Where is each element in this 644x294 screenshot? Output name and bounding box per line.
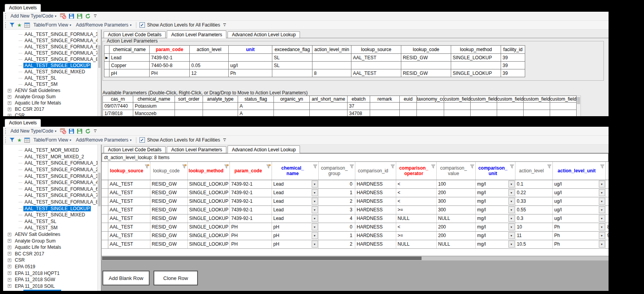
cell-comparison-unit[interactable]: mg/l▼ [475,240,515,248]
cell-chemical-name[interactable]: Lead▼ [272,214,318,223]
column-header-organic-yn[interactable]: organic_yn [274,96,310,103]
cell-lookup-code[interactable]: RESID_GW [401,69,451,77]
cell-comparison-id[interactable]: HARDNESS [355,223,396,231]
cell-lookup-method[interactable]: SINGLE_LOOKUP [187,231,229,240]
column-header-remark[interactable]: remark [370,96,400,103]
expand-plus-icon[interactable]: + [8,114,11,117]
tree-item-aquatic-life-for-metals[interactable]: +Aquatic Life for Metals [3,100,101,106]
cell-chemical-name[interactable]: Lead▼ [272,180,318,188]
cell-blank[interactable] [605,188,609,197]
tab-advanced-action-level-lookup[interactable]: Advanced Action Level Lookup [228,145,300,153]
cell-comparison-group[interactable]: 0 [318,180,355,188]
column-header-action-level[interactable]: action_level [190,46,229,54]
table-form-view-button[interactable]: Table/Form View ▾ [32,136,72,143]
expand-plus-icon[interactable]: + [8,89,11,92]
cell-action-level[interactable]: 10.5 [515,240,552,248]
toolbar-overflow-icon[interactable]: ▾ [94,14,97,18]
tree-scrollbar[interactable] [97,145,101,291]
cell-lookup-code[interactable]: RESID_GW [150,240,187,248]
tree-item-aal-test-sm[interactable]: AAL_TEST_SM [3,81,101,87]
toolbar-overflow-icon[interactable]: ▾ [223,23,226,27]
cell-status-flag[interactable]: A [238,103,274,110]
cell-chemical-name[interactable]: Lead▼ [272,205,318,214]
cell-lookup-code[interactable]: RESID_GW [150,205,187,214]
tree-item-aal-test-single-formula-2[interactable]: AAL_TEST_SINGLE_FORMULA_2 [3,166,101,173]
table-form-view-button[interactable]: Table/Form View ▾ [32,21,72,28]
cell-unit[interactable] [229,54,272,62]
tree-item-aal-test-mor-mixed-2[interactable]: AAL_TEST_MOR_MIXED_2 [3,154,101,160]
column-header-comparison-id[interactable]: comparison_id [355,162,396,180]
tree-item-bc-csr-2017[interactable]: +BC CSR 2017 [3,251,101,257]
dropdown-arrow-icon[interactable]: ▼ [599,189,605,196]
expand-plus-icon[interactable]: + [8,233,11,236]
expand-plus-icon[interactable]: + [8,265,11,268]
column-header-action-level-unit[interactable]: action_level_unit [552,162,605,180]
cell-blank[interactable] [605,197,609,205]
cell-lookup-code[interactable]: RESID_GW [150,180,187,188]
cell-lookup-method[interactable]: SINGLE_LOOKUP [187,205,229,214]
cell-lookup-method[interactable]: SINGLE_LOOKUP [187,180,229,188]
cell-comparison-group[interactable]: 4 [318,214,355,223]
cell-comparison-operator[interactable]: >= [396,231,436,240]
column-header-lookup-method[interactable]: lookup_method [451,46,501,54]
cell-lookup-source[interactable]: AAL_TEST [108,223,150,231]
cell-lookup-code[interactable]: RESID_GW [150,214,187,223]
cell-lookup-method[interactable] [451,62,501,69]
tree-item-aal-test-single-formula-1[interactable]: AAL_TEST_SINGLE_FORMULA_1 [3,160,101,166]
cell-lookup-method[interactable]: SINGLE_LOOKUP [451,54,501,62]
show-all-checkbox[interactable]: ✓ [139,137,145,143]
cell-lookup-source[interactable]: AAL_TEST [108,205,150,214]
cell-comparison-value[interactable]: 200 [436,188,475,197]
cell-chemical-name[interactable]: pH▼ [272,240,318,248]
cell-facility-id[interactable]: 39 [501,69,525,77]
cell-blank[interactable] [605,240,609,248]
tab-advanced-action-level-lookup[interactable]: Advanced Action Level Lookup [228,31,300,38]
cell-cas-rn[interactable]: 1/7/8018 [103,110,133,117]
cell-unit[interactable]: Ph [229,69,272,77]
cell-blank[interactable] [605,205,609,214]
cell-exceedance-flag[interactable] [272,69,312,77]
row-indicator[interactable]: ▶ [104,54,109,62]
row-indicator[interactable] [102,231,108,240]
tree-item-aal-test-single-lookup[interactable]: AAL_TEST_SINGLE_LOOKUP [3,205,101,212]
cell-lookup-source[interactable]: AAL_TEST [108,188,150,197]
cell-action-level-unit[interactable]: Ph▼ [552,240,605,248]
cell-comparison-group[interactable]: 1 [318,188,355,197]
cell-chemical-name[interactable]: pH▼ [272,223,318,231]
cell-chemical-name[interactable]: pH▼ [272,231,318,240]
cell-comparison-group[interactable]: 3 [318,205,355,214]
cell-facility-id[interactable]: 39 [501,54,525,62]
cell-sort-order[interactable] [175,110,203,117]
expand-plus-icon[interactable]: + [8,284,11,288]
filter-icon[interactable] [9,22,15,28]
dropdown-arrow-icon[interactable]: ▼ [599,232,605,239]
dropdown-arrow-icon[interactable]: ▼ [508,206,515,213]
tree-item-epa-11-2018-hqpt1[interactable]: +EPA 11_2018 HQPT1 [3,270,101,276]
cell-chemical-name[interactable]: Mancozeb [133,110,175,117]
column-header-lookup-source[interactable]: lookup_source [351,46,401,54]
cell-action-level[interactable]: 0.1 [515,180,552,188]
window-tab-action-levels[interactable]: Action Levels [5,119,41,127]
window-tab-action-levels[interactable]: Action Levels [5,4,41,12]
clone-row-button[interactable]: Clone Row [154,271,198,285]
refresh-icon[interactable] [85,13,91,19]
cell-action-level[interactable]: 0.3 [515,214,552,223]
dropdown-arrow-icon[interactable]: ▼ [312,215,318,222]
add-remove-parameters-button[interactable]: Add/Remove Parameters ▾ [75,136,133,143]
row-indicator[interactable] [104,69,109,77]
cell-lookup-source[interactable]: AAL_TEST [108,231,150,240]
cell-analyte-type[interactable] [203,103,238,110]
cell-lookup-method[interactable]: SINGLE_LOOKUP [451,69,501,77]
tree-item-aal-test-single-formula-7[interactable]: AAL_TEST_SINGLE_FORMULA_7 [3,192,101,199]
tree-item-csr[interactable]: +CSR [3,112,101,116]
column-header-lookup-code[interactable]: lookup_code [150,162,187,180]
column-header-analyte-type[interactable]: analyte_type [203,96,238,103]
cell-action-level-unit[interactable]: ug/l▼ [552,180,605,188]
cell-lookup-code[interactable]: RESID_GW [150,197,187,205]
scrollbar-thumb[interactable] [98,45,101,68]
cell-comparison-value[interactable]: NULL [436,240,475,248]
dropdown-arrow-icon[interactable]: ▼ [508,215,515,222]
tree-scrollbar[interactable] [97,30,101,116]
cell-action-level-min[interactable]: 8 [312,69,351,77]
favorite-star-icon[interactable]: ★ [17,138,22,143]
